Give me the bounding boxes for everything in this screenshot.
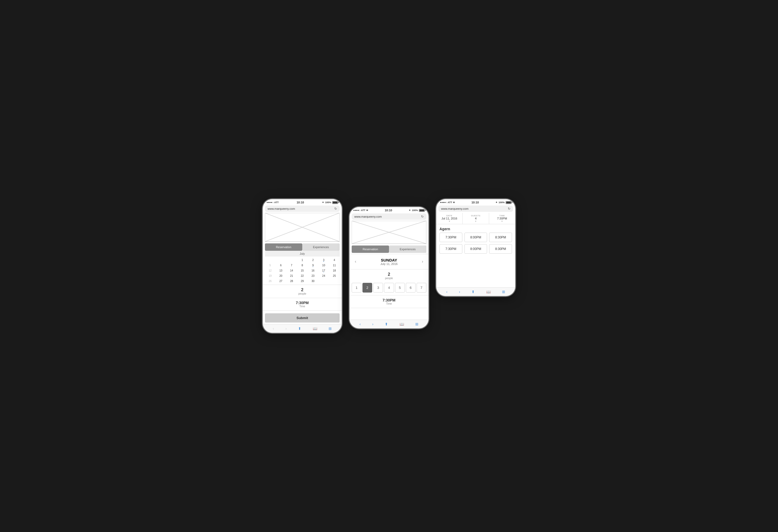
filter-date[interactable]: DATE Jul 11, 2016 ∨ bbox=[436, 213, 463, 224]
num-option-5[interactable]: 5 bbox=[395, 283, 405, 293]
divider bbox=[349, 269, 429, 270]
time-label-2: Time bbox=[352, 302, 426, 305]
people-section-2: 2 people bbox=[349, 271, 429, 281]
cal-day[interactable]: 29 bbox=[297, 279, 308, 284]
time-slot[interactable]: 8:00PM bbox=[464, 233, 487, 242]
cal-day-dot[interactable]: 3• bbox=[319, 257, 329, 262]
num-option-2[interactable]: 2 bbox=[363, 283, 372, 293]
cal-day[interactable]: 22 bbox=[297, 273, 308, 278]
forward-icon-3[interactable]: › bbox=[459, 290, 460, 294]
time-1: 10:10 bbox=[297, 201, 304, 204]
cal-day[interactable]: 21 bbox=[286, 273, 297, 278]
bookmarks-icon-2[interactable]: 📖 bbox=[399, 322, 404, 326]
prev-day-arrow-2[interactable]: ‹ bbox=[355, 259, 356, 264]
num-option-3[interactable]: 3 bbox=[373, 283, 383, 293]
spacer-2 bbox=[349, 309, 429, 320]
number-picker-2: 1 2 3 4 5 6 7 bbox=[349, 281, 429, 294]
cal-day[interactable]: 23 bbox=[308, 273, 318, 278]
filter-time[interactable]: TIME 7:30PM ∨ bbox=[489, 213, 515, 224]
forward-icon-1[interactable]: › bbox=[286, 326, 287, 331]
time-slot[interactable]: 7:30PM bbox=[440, 233, 462, 242]
address-bar-3[interactable]: www.marqueeny.com ↻ bbox=[439, 206, 513, 212]
tab-experiences-1[interactable]: Experiences bbox=[302, 243, 339, 251]
cal-day[interactable]: 8 bbox=[297, 263, 308, 268]
address-bar-2[interactable]: www.marqueeny.com ↻ bbox=[352, 213, 426, 220]
cal-day[interactable]: 28 bbox=[286, 279, 297, 284]
next-day-arrow-2[interactable]: › bbox=[422, 259, 423, 264]
bookmarks-icon-3[interactable]: 📖 bbox=[486, 290, 491, 294]
share-icon-3[interactable]: ⬆ bbox=[472, 290, 475, 294]
cal-day[interactable]: 15 bbox=[297, 268, 308, 273]
tab-experiences-2[interactable]: Experiences bbox=[389, 245, 426, 253]
cal-day[interactable]: 4 bbox=[329, 257, 339, 262]
cal-day-dot[interactable]: 9• bbox=[308, 263, 318, 268]
filter-time-label: TIME bbox=[490, 215, 514, 217]
cal-day[interactable]: 2 bbox=[308, 257, 318, 262]
day-date-2: July 11, 2016 bbox=[380, 262, 397, 265]
back-icon-2[interactable]: ‹ bbox=[360, 322, 361, 326]
filter-time-value: 7:30PM bbox=[490, 217, 514, 220]
cal-day[interactable]: 6 bbox=[276, 263, 286, 268]
cal-header bbox=[276, 257, 286, 262]
refresh-icon-3[interactable]: ↻ bbox=[508, 207, 511, 211]
divider bbox=[263, 310, 342, 311]
cal-day-dot[interactable]: 17• bbox=[319, 268, 329, 273]
time-slots-row1-3: 7:30PM 8:00PM 8:30PM bbox=[436, 233, 515, 244]
tabs-2: Reservation Experiences bbox=[352, 245, 426, 253]
num-option-4[interactable]: 4 bbox=[384, 283, 394, 293]
tabs-icon-1[interactable]: ⊞ bbox=[328, 326, 332, 331]
tabs-icon-3[interactable]: ⊞ bbox=[502, 290, 505, 294]
filter-date-label: DATE bbox=[437, 215, 461, 217]
refresh-icon-2[interactable]: ↻ bbox=[421, 215, 424, 218]
time-value-1: 7:30PM bbox=[265, 301, 339, 305]
num-option-7[interactable]: 7 bbox=[416, 283, 426, 293]
time-slot[interactable]: 8:00PM bbox=[464, 244, 487, 254]
tabs-1: Reservation Experiences bbox=[265, 243, 339, 251]
tabs-icon-2[interactable]: ⊞ bbox=[415, 322, 418, 326]
time-slot[interactable]: 8:30PM bbox=[489, 233, 512, 242]
browser-bottom-1: ‹ › ⬆ 📖 ⊞ bbox=[263, 324, 342, 333]
time-slot[interactable]: 7:30PM bbox=[440, 244, 462, 254]
time-section-2: 7:30PM Time bbox=[349, 297, 429, 307]
browser-bottom-2: ‹ › ⬆ 📖 ⊞ bbox=[349, 320, 429, 328]
cal-day[interactable]: 27 bbox=[276, 279, 286, 284]
people-label-2: people bbox=[352, 277, 426, 280]
filter-time-arrow: ∨ bbox=[490, 220, 514, 222]
cal-day[interactable]: 30 bbox=[308, 279, 318, 284]
cal-day[interactable]: 16 bbox=[308, 268, 318, 273]
share-icon-2[interactable]: ⬆ bbox=[385, 322, 388, 326]
cal-day[interactable]: 18 bbox=[329, 268, 339, 273]
cal-day[interactable]: 11 bbox=[329, 263, 339, 268]
status-bar-2: ●●●●○ ATT ≋ 10:10 ✦ 100% bbox=[349, 207, 429, 213]
cal-day[interactable]: 13 bbox=[276, 268, 286, 273]
refresh-icon-1[interactable]: ↻ bbox=[334, 207, 337, 211]
cal-day[interactable]: 24 bbox=[319, 273, 329, 278]
cal-day[interactable]: 10 bbox=[319, 263, 329, 268]
address-bar-1[interactable]: www.marqueeny.com ↻ bbox=[265, 206, 339, 212]
back-icon-1[interactable]: ‹ bbox=[273, 326, 274, 331]
bookmarks-icon-1[interactable]: 📖 bbox=[313, 326, 317, 331]
cal-day[interactable]: 20 bbox=[276, 273, 286, 278]
url-3: www.marqueeny.com bbox=[441, 207, 468, 210]
battery-1: ✦ 100% bbox=[322, 201, 338, 204]
submit-button-1[interactable]: Submit bbox=[265, 313, 339, 322]
cal-day[interactable]: 25 bbox=[329, 273, 339, 278]
back-icon-3[interactable]: ‹ bbox=[446, 290, 448, 294]
cal-day[interactable]: 14 bbox=[286, 268, 297, 273]
people-label-1: people bbox=[265, 292, 339, 295]
cal-day[interactable]: 1 bbox=[297, 257, 308, 262]
wireframe-placeholder-1 bbox=[265, 213, 339, 241]
status-bar-3: ●●●●○ ATT ≋ 10:10 ✦ 100% bbox=[436, 199, 515, 205]
filter-guests[interactable]: GUESTS 4 ∨ bbox=[463, 213, 489, 224]
num-option-6[interactable]: 6 bbox=[406, 283, 415, 293]
tab-reservation-1[interactable]: Reservation bbox=[265, 243, 302, 251]
num-option-1[interactable]: 1 bbox=[352, 283, 362, 293]
forward-icon-2[interactable]: › bbox=[372, 322, 374, 326]
tab-reservation-2[interactable]: Reservation bbox=[352, 245, 389, 253]
calendar-grid-1: 1 2 3• 4 5 6 7 8 9• 10 11 12 13 14 15 16… bbox=[265, 257, 339, 284]
filter-bar-3: DATE Jul 11, 2016 ∨ GUESTS 4 ∨ TIME 7:30… bbox=[436, 213, 515, 224]
cal-day[interactable]: 7 bbox=[286, 263, 297, 268]
time-3: 10:10 bbox=[472, 201, 479, 204]
time-slot[interactable]: 8:30PM bbox=[489, 244, 512, 254]
share-icon-1[interactable]: ⬆ bbox=[298, 326, 301, 331]
